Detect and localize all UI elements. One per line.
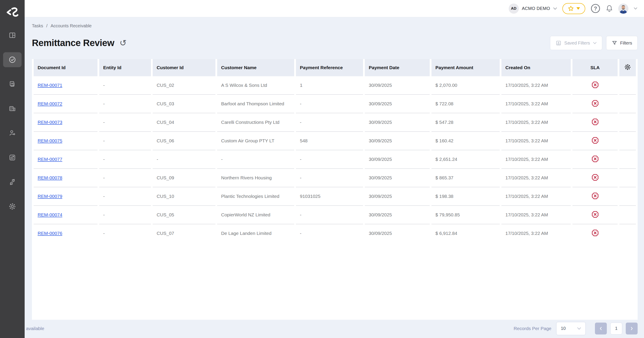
document-link[interactable]: REM-00072 xyxy=(38,101,62,106)
sidebar-item-tasks[interactable] xyxy=(3,52,22,67)
col-customer-id[interactable]: Customer Id xyxy=(153,59,216,76)
sidebar-item-settings[interactable] xyxy=(3,199,22,214)
breadcrumb-tasks[interactable]: Tasks xyxy=(32,23,43,29)
sidebar-item-analytics[interactable] xyxy=(3,150,22,165)
sla-breached-icon xyxy=(572,150,618,169)
next-page-button[interactable] xyxy=(626,322,638,334)
previous-page-button[interactable] xyxy=(595,322,607,334)
breadcrumb-separator: / xyxy=(46,23,48,29)
help-button[interactable]: ? xyxy=(590,4,600,14)
page-number-button[interactable]: 1 xyxy=(610,322,622,334)
notifications-button[interactable] xyxy=(606,5,613,13)
breadcrumb: Tasks / Accounts Receivable xyxy=(32,23,638,29)
analytics-icon xyxy=(9,154,16,161)
sidebar-item-dashboard[interactable] xyxy=(3,28,22,43)
cell-payment-date: 30/09/2025 xyxy=(365,206,430,224)
document-link[interactable]: REM-00079 xyxy=(38,194,62,199)
col-sla[interactable]: SLA xyxy=(572,59,618,76)
col-entity-id[interactable]: Entity Id xyxy=(99,59,151,76)
cell-customer-id: - xyxy=(153,150,216,169)
cell-entity-id: - xyxy=(99,187,151,206)
cell-settings-spacer xyxy=(619,224,636,242)
cell-customer-id: CUS_04 xyxy=(153,113,216,132)
cell-created-on: 17/10/2025, 3:22 AM xyxy=(502,150,571,169)
cell-payment-reference: - xyxy=(296,206,363,224)
chevron-down-icon xyxy=(593,42,597,44)
chevron-down-icon xyxy=(577,327,581,330)
cell-document-id: REM-00071 xyxy=(34,76,98,95)
chevron-down-icon xyxy=(553,7,557,10)
refresh-icon[interactable]: ↺ xyxy=(120,39,126,47)
cell-created-on: 17/10/2025, 3:22 AM xyxy=(502,95,571,113)
sla-breached-icon xyxy=(572,76,618,95)
cell-payment-reference: - xyxy=(296,150,363,169)
cell-customer-name: Carelli Constructions Pty Ltd xyxy=(217,113,294,132)
document-link[interactable]: REM-00077 xyxy=(38,157,62,162)
cell-customer-name: De Lage Landen Limited xyxy=(217,224,294,242)
cell-payment-amount: $ 6,912.84 xyxy=(432,224,500,242)
cell-customer-id: CUS_10 xyxy=(153,187,216,206)
cell-payment-date: 30/09/2025 xyxy=(365,113,430,132)
sidebar-item-organization[interactable] xyxy=(3,101,22,116)
document-link[interactable]: REM-00073 xyxy=(38,120,62,125)
breadcrumb-accounts-receivable[interactable]: Accounts Receivable xyxy=(50,23,92,29)
records-per-page-value: 10 xyxy=(561,326,566,331)
saved-filters-button[interactable]: Saved Filters xyxy=(550,36,602,50)
cell-document-id: REM-00078 xyxy=(34,169,98,187)
table-row: REM-00071-CUS_02A S Wilcox & Sons Ltd130… xyxy=(34,76,636,95)
col-payment-date[interactable]: Payment Date xyxy=(365,59,430,76)
col-document-id[interactable]: Document Id xyxy=(34,59,98,76)
table-row: REM-00072-CUS_03Barfoot and Thompson Lim… xyxy=(34,95,636,113)
table-row: REM-00075-CUS_06Custom Air Group PTY LT5… xyxy=(34,132,636,150)
document-link[interactable]: REM-00075 xyxy=(38,138,62,143)
col-customer-name[interactable]: Customer Name xyxy=(217,59,294,76)
document-link[interactable]: REM-00071 xyxy=(38,83,62,88)
cell-document-id: REM-00074 xyxy=(34,206,98,224)
remittance-table: Document Id Entity Id Customer Id Custom… xyxy=(32,59,638,242)
cell-payment-reference: 91031025 xyxy=(296,187,363,206)
cell-payment-amount: $ 2,651.24 xyxy=(432,150,500,169)
document-link[interactable]: REM-00076 xyxy=(38,231,62,236)
settings-gear-icon xyxy=(8,203,16,210)
col-payment-reference[interactable]: Payment Reference xyxy=(296,59,363,76)
cell-document-id: REM-00072 xyxy=(34,95,98,113)
cell-payment-reference: - xyxy=(296,224,363,242)
cell-settings-spacer xyxy=(619,76,636,95)
cell-document-id: REM-00076 xyxy=(34,224,98,242)
user-menu[interactable] xyxy=(618,4,628,14)
cell-customer-id: CUS_06 xyxy=(153,132,216,150)
cell-created-on: 17/10/2025, 3:22 AM xyxy=(502,132,571,150)
cell-customer-name: - xyxy=(217,150,294,169)
sidebar-item-user-assignments[interactable] xyxy=(3,126,22,140)
cell-document-id: REM-00075 xyxy=(34,132,98,150)
cell-payment-reference: 1 xyxy=(296,76,363,95)
sidebar-item-documents[interactable] xyxy=(3,77,22,92)
cell-customer-name: Custom Air Group PTY LT xyxy=(217,132,294,150)
app-logo xyxy=(0,0,25,25)
cell-customer-name: A S Wilcox & Sons Ltd xyxy=(217,76,294,95)
cell-document-id: REM-00079 xyxy=(34,187,98,206)
column-settings-button[interactable] xyxy=(619,59,636,76)
cell-payment-reference: - xyxy=(296,95,363,113)
cell-entity-id: - xyxy=(99,76,151,95)
cell-payment-date: 30/09/2025 xyxy=(365,169,430,187)
col-created-on[interactable]: Created On xyxy=(502,59,571,76)
cell-payment-amount: $ 79,950.85 xyxy=(432,206,500,224)
saved-filters-icon xyxy=(556,40,562,46)
document-link[interactable]: REM-00078 xyxy=(38,175,62,180)
org-selector[interactable]: AD ACMO DEMO xyxy=(509,4,557,14)
favorites-button[interactable] xyxy=(562,3,585,14)
cell-customer-id: CUS_09 xyxy=(153,169,216,187)
col-payment-amount[interactable]: Payment Amount xyxy=(432,59,500,76)
chevron-down-icon[interactable] xyxy=(634,7,638,10)
table-row: REM-00073-CUS_04Carelli Constructions Pt… xyxy=(34,113,636,132)
filters-button[interactable]: Filters xyxy=(606,36,638,50)
records-per-page-select[interactable]: 10 xyxy=(556,322,586,335)
user-arrow-icon xyxy=(9,129,16,137)
check-circle-icon xyxy=(8,56,16,63)
help-icon: ? xyxy=(590,4,600,14)
cell-customer-name: CopierWorld NZ Limited xyxy=(217,206,294,224)
cell-payment-date: 30/09/2025 xyxy=(365,187,430,206)
document-link[interactable]: REM-00074 xyxy=(38,212,62,217)
sidebar-item-integrations[interactable] xyxy=(3,175,22,190)
